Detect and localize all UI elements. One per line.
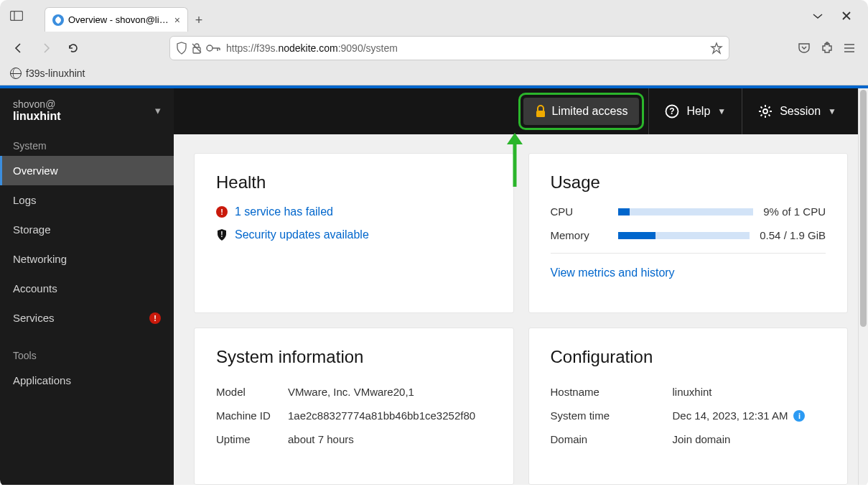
back-button[interactable] <box>9 38 29 58</box>
cpu-bar <box>618 208 754 215</box>
bookmark-star-icon[interactable] <box>710 42 723 55</box>
vertical-scrollbar[interactable] <box>858 88 868 485</box>
sidebar-item-logs[interactable]: Logs <box>0 185 174 215</box>
forward-button[interactable] <box>36 38 56 58</box>
shield-icon[interactable] <box>176 42 187 55</box>
model-value: VMware, Inc. VMware20,1 <box>288 386 492 398</box>
url-input[interactable]: https://f39s.nodekite.com:9090/system <box>169 36 729 60</box>
chevron-down-icon: ▼ <box>717 106 726 116</box>
annotation-highlight: Limited access <box>518 93 645 130</box>
uptime-label: Uptime <box>216 433 288 445</box>
model-label: Model <box>216 386 288 398</box>
svg-point-4 <box>207 45 213 51</box>
usage-title: Usage <box>551 172 826 193</box>
error-icon: ! <box>216 206 228 218</box>
svg-line-22 <box>761 115 762 116</box>
lock-cert-icon[interactable] <box>192 42 202 54</box>
sidebar-item-storage[interactable]: Storage <box>0 215 174 244</box>
system-time-value: Dec 14, 2023, 12:31 AM <box>673 409 788 422</box>
uptime-value: about 7 hours <box>288 433 492 445</box>
session-label: Session <box>780 105 821 118</box>
domain-label: Domain <box>551 433 673 445</box>
health-failed-link[interactable]: 1 service has failed <box>235 205 333 218</box>
tab-close-icon[interactable]: × <box>174 14 180 26</box>
globe-icon <box>10 68 22 79</box>
hostname-label: Hostname <box>551 386 673 398</box>
error-badge-icon: ! <box>149 312 161 324</box>
security-shield-icon: ! <box>216 228 228 241</box>
machine-id-value: 1ae2c88327774a81bb46bb1ce3252f80 <box>288 409 492 422</box>
key-icon[interactable] <box>206 44 220 52</box>
hostname-value: linuxhint <box>673 386 826 398</box>
window-close-icon[interactable] <box>839 9 854 23</box>
session-menu[interactable]: Session ▼ <box>742 88 852 134</box>
domain-value[interactable]: Join domain <box>673 433 826 445</box>
window-menu-icon[interactable] <box>811 9 825 23</box>
reload-button[interactable] <box>63 38 83 58</box>
tab-bar: Overview - shovon@linux × + <box>0 0 868 32</box>
sidebar-item-networking[interactable]: Networking <box>0 244 174 274</box>
address-bar: https://f39s.nodekite.com:9090/system <box>0 32 868 65</box>
chevron-down-icon: ▾ <box>155 104 161 117</box>
sidebar-toggle-icon[interactable] <box>6 5 27 27</box>
svg-rect-12 <box>536 111 545 117</box>
sidebar-item-applications[interactable]: Applications <box>0 366 174 395</box>
browser-tab[interactable]: Overview - shovon@linux × <box>45 7 188 32</box>
tab-title: Overview - shovon@linux <box>68 14 170 25</box>
browser-chrome: Overview - shovon@linux × + https://f39s… <box>0 0 868 85</box>
main-area: Limited access ? Help ▼ Session ▼ <box>174 88 868 485</box>
svg-rect-0 <box>11 11 23 21</box>
svg-text:?: ? <box>670 106 675 116</box>
sidebar-section-tools: Tools <box>0 343 174 366</box>
memory-label: Memory <box>551 229 608 241</box>
cpu-label: CPU <box>551 205 608 218</box>
extensions-icon[interactable] <box>821 42 834 55</box>
help-label: Help <box>686 105 710 118</box>
new-tab-button[interactable]: + <box>188 9 210 32</box>
metrics-link[interactable]: View metrics and history <box>551 266 675 279</box>
health-title: Health <box>216 172 492 193</box>
url-text: https://f39s.nodekite.com:9090/system <box>226 42 704 54</box>
cpu-value: 9% of 1 CPU <box>763 205 826 218</box>
svg-line-20 <box>761 107 762 108</box>
host-selector[interactable]: shovon@ linuxhint ▾ <box>0 88 174 133</box>
bookmark-item[interactable]: f39s-linuxhint <box>26 68 85 79</box>
topbar: Limited access ? Help ▼ Session ▼ <box>174 88 868 134</box>
sysinfo-title: System information <box>216 347 492 367</box>
limited-access-button[interactable]: Limited access <box>523 98 640 125</box>
health-security-link[interactable]: Security updates available <box>235 228 369 241</box>
bookmark-bar: f39s-linuxhint <box>0 65 868 85</box>
tab-favicon-icon <box>52 14 64 26</box>
sidebar-item-services[interactable]: Services ! <box>0 303 174 333</box>
sidebar-item-overview[interactable]: Overview <box>0 156 174 185</box>
sidebar-item-accounts[interactable]: Accounts <box>0 274 174 303</box>
lock-icon <box>535 105 546 118</box>
svg-line-23 <box>769 107 770 108</box>
svg-text:!: ! <box>220 231 223 238</box>
svg-point-15 <box>763 109 767 113</box>
sidebar-host: linuxhint <box>13 110 61 123</box>
chevron-down-icon: ▼ <box>828 106 836 116</box>
limited-access-label: Limited access <box>552 105 628 118</box>
usage-card: Usage CPU 9% of 1 CPU Memory 0.54 / 1.9 … <box>528 153 849 313</box>
sidebar: shovon@ linuxhint ▾ System Overview Logs… <box>0 88 174 485</box>
pocket-icon[interactable] <box>798 42 811 54</box>
gear-icon <box>758 104 773 119</box>
svg-line-3 <box>192 44 201 52</box>
sidebar-section-system: System <box>0 133 174 156</box>
sidebar-user: shovon@ <box>13 98 61 110</box>
svg-line-21 <box>769 115 770 116</box>
app-menu-icon[interactable] <box>844 43 855 53</box>
machine-id-label: Machine ID <box>216 409 288 422</box>
help-menu[interactable]: ? Help ▼ <box>649 88 742 134</box>
memory-value: 0.54 / 1.9 GiB <box>760 229 826 241</box>
config-title: Configuration <box>551 347 826 367</box>
scrollbar-thumb[interactable] <box>860 90 867 327</box>
health-card: Health ! 1 service has failed ! Security… <box>194 153 514 313</box>
help-icon: ? <box>665 104 679 119</box>
sysinfo-card: System information ModelVMware, Inc. VMw… <box>194 328 514 485</box>
config-card: Configuration Hostnamelinuxhint System t… <box>528 328 849 485</box>
info-icon[interactable]: i <box>793 410 805 422</box>
system-time-label: System time <box>551 409 673 422</box>
content-grid: Health ! 1 service has failed ! Security… <box>174 134 868 485</box>
